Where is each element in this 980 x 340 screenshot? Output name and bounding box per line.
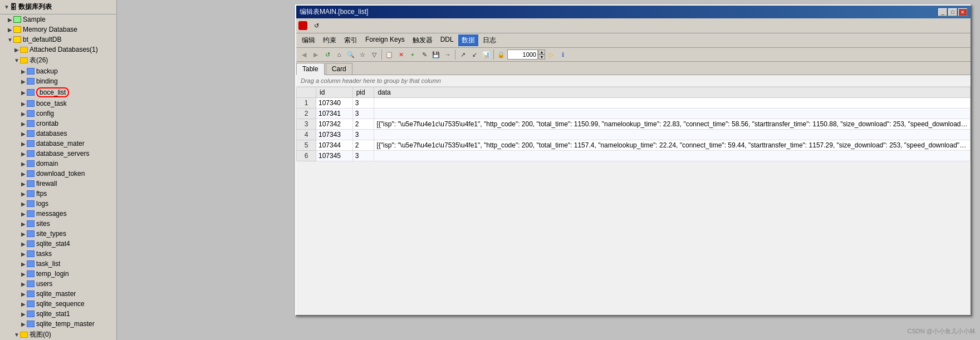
sidebar-item-users[interactable]: ▶ users xyxy=(0,279,116,289)
cell-pid[interactable]: 2 xyxy=(352,119,374,130)
tab-table[interactable]: Table xyxy=(296,63,325,75)
sidebar-item-sites[interactable]: ▶ sites xyxy=(0,219,116,229)
toolbar2-run-btn[interactable]: ▷ xyxy=(546,49,557,60)
cell-data[interactable] xyxy=(374,130,971,140)
toolbar2-delete-btn[interactable]: ✕ xyxy=(395,49,406,60)
toolbar2-edit-btn[interactable]: ✎ xyxy=(419,49,430,60)
menu-data[interactable]: 数据 xyxy=(458,35,478,46)
toolbar2-home-btn[interactable]: ⌂ xyxy=(334,49,345,60)
sidebar-item-backup[interactable]: ▶ backup xyxy=(0,66,116,76)
toolbar-refresh-btn[interactable]: ↺ xyxy=(311,20,322,31)
sidebar-item-crontab[interactable]: ▶ crontab xyxy=(0,119,116,129)
spinner-down[interactable]: ▼ xyxy=(538,55,545,60)
sidebar-item-sqlite-temp-master[interactable]: ▶ sqlite_temp_master xyxy=(0,319,116,329)
toolbar2-export-btn[interactable]: ↗ xyxy=(457,49,468,60)
sidebar-item-task-list[interactable]: ▶ task_list xyxy=(0,259,116,269)
sidebar-item-tasks[interactable]: ▶ tasks xyxy=(0,249,116,259)
toolbar2-save-btn[interactable]: 💾 xyxy=(430,49,442,60)
sidebar-item-database-servers[interactable]: ▶ database_servers xyxy=(0,149,116,159)
cell-data[interactable] xyxy=(374,151,971,161)
table-row[interactable]: 61073453 xyxy=(297,151,971,161)
cell-id[interactable]: 107344 xyxy=(316,140,353,151)
cell-id[interactable]: 107340 xyxy=(316,98,353,109)
table-row[interactable]: 21073413 xyxy=(297,109,971,119)
sidebar-item-bt-defaultdb[interactable]: ▼ bt_defaultDB xyxy=(0,35,116,45)
spinner-up[interactable]: ▲ xyxy=(538,50,545,55)
table-container[interactable]: id pid data 110734032107341331073422[{"i… xyxy=(296,87,971,161)
sidebar-item-boce-list[interactable]: ▶ boce_list xyxy=(0,86,116,98)
cell-data[interactable]: [{"isp": "\u5e7f\u4e1c\u7535\u4fe1", "ht… xyxy=(374,119,971,130)
toolbar2-lock-btn[interactable]: 🔒 xyxy=(496,49,507,60)
cell-data[interactable] xyxy=(374,109,971,119)
toolbar2-refresh-btn[interactable]: ↺ xyxy=(322,49,333,60)
cell-id[interactable]: 107342 xyxy=(316,119,353,130)
sidebar-expand-icon[interactable]: ▼ xyxy=(3,4,10,11)
cell-pid[interactable]: 3 xyxy=(352,98,374,109)
menu-constraint[interactable]: 约束 xyxy=(320,35,340,46)
toolbar2-forward-btn[interactable]: ▶ xyxy=(310,49,321,60)
sidebar-item-attached[interactable]: ▶ Attached Databases(1) xyxy=(0,45,116,55)
cell-id[interactable]: 107345 xyxy=(316,151,353,161)
sidebar-item-site-types[interactable]: ▶ site_types xyxy=(0,229,116,239)
toolbar2-info-btn[interactable]: ℹ xyxy=(557,49,569,60)
sidebar-item-sqlite-stat1[interactable]: ▶ sqlite_stat1 xyxy=(0,309,116,319)
toolbar2-filter-btn[interactable]: ▽ xyxy=(369,49,380,60)
toolbar2-arrow-btn[interactable]: → xyxy=(442,49,453,60)
sidebar-label-temp-login: temp_login xyxy=(36,270,69,278)
sidebar-item-domain[interactable]: ▶ domain xyxy=(0,159,116,169)
sidebar-item-views[interactable]: ▼ 视图(0) xyxy=(0,329,116,340)
sidebar-item-temp-login[interactable]: ▶ temp_login xyxy=(0,269,116,279)
table-row[interactable]: 51073442[{"isp": "\u5e7f\u4e1c\u7535\u4f… xyxy=(297,140,971,151)
table-row[interactable]: 41073433 xyxy=(297,130,971,140)
sidebar-item-databases[interactable]: ▶ databases xyxy=(0,129,116,139)
sidebar-item-sample[interactable]: ▶ Sample xyxy=(0,14,116,24)
cell-pid[interactable]: 3 xyxy=(352,151,374,161)
table-icon-download-token xyxy=(27,170,35,177)
sidebar-item-binding[interactable]: ▶ binding xyxy=(0,76,116,86)
cell-pid[interactable]: 3 xyxy=(352,130,374,140)
sidebar-item-tables[interactable]: ▼ 表(26) xyxy=(0,55,116,66)
menu-foreign-keys[interactable]: Foreign Keys xyxy=(362,35,408,46)
table-row[interactable]: 31073422[{"isp": "\u5e7f\u4e1c\u7535\u4f… xyxy=(297,119,971,130)
cell-id[interactable]: 107341 xyxy=(316,109,353,119)
toolbar2-copy-btn[interactable]: 📋 xyxy=(384,49,395,60)
cell-data[interactable] xyxy=(374,98,971,109)
cell-data[interactable]: [{"isp": "\u5e7f\u4e1c\u7535\u4fe1", "ht… xyxy=(374,140,971,151)
toolbar2-add-btn[interactable]: + xyxy=(407,49,418,60)
sidebar-item-sqlite-stat4[interactable]: ▶ sqlite_stat4 xyxy=(0,239,116,249)
sidebar-item-download-token[interactable]: ▶ download_token xyxy=(0,169,116,179)
close-button[interactable]: ✕ xyxy=(958,8,967,16)
menu-triggers[interactable]: 触发器 xyxy=(409,35,436,46)
toolbar2-back-btn[interactable]: ◀ xyxy=(298,49,310,60)
toolbar2-star-btn[interactable]: ☆ xyxy=(357,49,368,60)
toolbar2-search-btn[interactable]: 🔍 xyxy=(345,49,356,60)
limit-spinner[interactable]: ▲ ▼ xyxy=(538,50,545,60)
menu-ddl[interactable]: DDL xyxy=(437,35,457,46)
sidebar-item-firewall[interactable]: ▶ firewall xyxy=(0,179,116,189)
expand-icon-backup: ▶ xyxy=(20,68,27,75)
minimize-button[interactable]: _ xyxy=(938,8,947,16)
sidebar-item-sqlite-master[interactable]: ▶ sqlite_master xyxy=(0,289,116,299)
maximize-button[interactable]: □ xyxy=(948,8,957,16)
sidebar-item-boce-task[interactable]: ▶ boce_task xyxy=(0,98,116,109)
sidebar-item-memory-database[interactable]: ▶ Memory Database xyxy=(0,24,116,35)
sidebar-item-config[interactable]: ▶ config xyxy=(0,109,116,119)
sidebar-item-messages[interactable]: ▶ messages xyxy=(0,209,116,219)
cell-pid[interactable]: 3 xyxy=(352,109,374,119)
table-row[interactable]: 11073403 xyxy=(297,98,971,109)
menu-edit[interactable]: 编辑 xyxy=(298,35,318,46)
sidebar-item-sqlite-sequence[interactable]: ▶ sqlite_sequence xyxy=(0,299,116,309)
sidebar-item-database-mater[interactable]: ▶ database_mater xyxy=(0,139,116,149)
stop-button[interactable] xyxy=(298,21,307,30)
cell-pid[interactable]: 2 xyxy=(352,140,374,151)
menu-log[interactable]: 日志 xyxy=(479,35,499,46)
limit-input[interactable]: 1000 xyxy=(507,50,538,60)
toolbar2-import-btn[interactable]: ↙ xyxy=(469,49,480,60)
tab-card[interactable]: Card xyxy=(326,63,352,75)
cell-id[interactable]: 107343 xyxy=(316,130,353,140)
menu-index[interactable]: 索引 xyxy=(341,35,361,46)
sidebar-item-logs[interactable]: ▶ logs xyxy=(0,199,116,209)
expand-icon-site-types: ▶ xyxy=(20,230,27,237)
sidebar-item-ftps[interactable]: ▶ ftps xyxy=(0,189,116,199)
toolbar2-chart-btn[interactable]: 📊 xyxy=(481,49,492,60)
